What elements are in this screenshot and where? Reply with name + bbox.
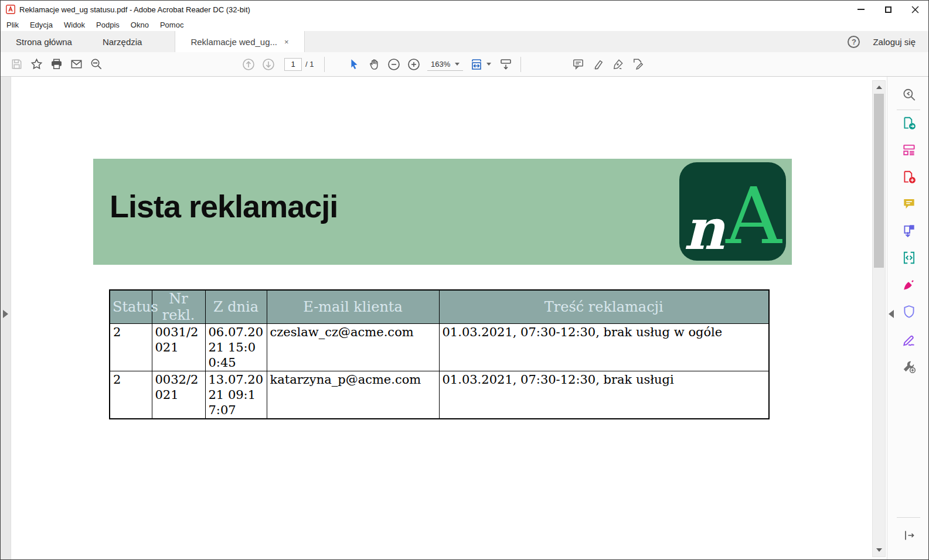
cell-status: 2 xyxy=(110,371,152,419)
star-icon[interactable] xyxy=(26,54,46,74)
menu-edycja[interactable]: Edycja xyxy=(30,21,53,29)
pdf-title: Lista reklamacji xyxy=(110,188,338,224)
zoom-level-value: 163% xyxy=(431,60,450,69)
fill-sign-tool-icon[interactable] xyxy=(608,54,628,74)
title-bar: Reklamacje wed_ug statusu.pdf - Adobe Ac… xyxy=(1,1,928,18)
email-icon[interactable] xyxy=(66,54,86,74)
maximize-icon[interactable] xyxy=(874,1,901,18)
col-status: Status xyxy=(110,290,152,324)
protect-icon[interactable] xyxy=(900,303,918,320)
hand-tool-icon[interactable] xyxy=(364,54,384,74)
export-pdf-icon[interactable] xyxy=(900,114,918,132)
col-z-dnia: Z dnia xyxy=(205,290,267,324)
page-number-input[interactable] xyxy=(284,58,302,71)
tools-pane-rail xyxy=(887,77,929,560)
zoom-out-icon[interactable] xyxy=(384,54,404,74)
cell-tresc: 01.03.2021, 07:30-12:30, brak usług w og… xyxy=(439,324,769,371)
highlight-tool-icon[interactable] xyxy=(588,54,608,74)
menu-pomoc[interactable]: Pomoc xyxy=(160,21,183,29)
zoom-level-select[interactable]: 163% xyxy=(427,58,463,71)
menu-okno[interactable]: Okno xyxy=(131,21,149,29)
logo-letter-n: n xyxy=(683,207,724,252)
create-pdf-icon[interactable] xyxy=(900,168,918,186)
menu-bar: Plik Edycja Widok Podpis Okno Pomoc xyxy=(1,18,928,31)
col-tresc: Treść reklamacji xyxy=(439,290,769,324)
print-icon[interactable] xyxy=(46,54,66,74)
menu-plik[interactable]: Plik xyxy=(6,21,19,29)
edit-pdf-icon[interactable] xyxy=(900,141,918,159)
document-viewport: Lista reklamacji n A Status Nr rekl. Z d… xyxy=(1,77,928,560)
tab-tools[interactable]: Narzędzia xyxy=(87,31,158,52)
table-row: 2 0031/2021 06.07.2021 15:00:45 czeslaw_… xyxy=(110,324,769,371)
minimize-icon[interactable] xyxy=(848,1,874,18)
navigation-pane-rail xyxy=(1,77,11,560)
zoom-in-icon[interactable] xyxy=(404,54,424,74)
cell-email: czeslaw_cz@acme.com xyxy=(267,324,439,371)
acrobat-pdf-icon xyxy=(6,5,15,14)
cell-status: 2 xyxy=(110,324,152,371)
toolbar: / 1 163% xyxy=(1,52,928,77)
cell-z-dnia: 06.07.2021 15:00:45 xyxy=(205,324,267,371)
pdf-banner: Lista reklamacji n A xyxy=(93,159,792,265)
e-sign-icon[interactable] xyxy=(900,331,918,349)
table-row: 2 0032/2021 13.07.2021 09:17:07 katarzyn… xyxy=(110,371,769,419)
cell-nr-rekl: 0031/2021 xyxy=(152,324,205,371)
previous-page-icon[interactable] xyxy=(239,54,258,74)
complaints-table: Status Nr rekl. Z dnia E-mail klienta Tr… xyxy=(109,289,770,419)
tab-bar: Strona główna Narzędzia Reklamacje wed_u… xyxy=(1,31,928,52)
close-icon[interactable] xyxy=(901,1,928,18)
acrobat-window: Reklamacje wed_ug statusu.pdf - Adobe Ac… xyxy=(0,0,929,560)
comment-tool-icon[interactable] xyxy=(568,54,588,74)
brand-logo: n A xyxy=(679,162,786,261)
window-title: Reklamacje wed_ug statusu.pdf - Adobe Ac… xyxy=(19,5,250,14)
search-tool-icon[interactable] xyxy=(900,86,918,104)
col-nr-rekl: Nr rekl. xyxy=(152,290,205,324)
tab-document-label: Reklamacje wed_ug... xyxy=(190,37,277,47)
scroll-up-icon[interactable] xyxy=(873,82,885,93)
sign-in-button[interactable]: Zaloguj się xyxy=(873,37,916,47)
next-page-icon[interactable] xyxy=(258,54,278,74)
save-icon[interactable] xyxy=(6,54,26,74)
menu-widok[interactable]: Widok xyxy=(64,21,85,29)
collapse-tools-pane-icon[interactable] xyxy=(889,310,894,318)
open-navigation-pane-icon[interactable] xyxy=(3,310,8,318)
tab-document[interactable]: Reklamacje wed_ug... × xyxy=(175,31,304,52)
search-icon[interactable] xyxy=(86,54,106,74)
help-icon[interactable]: ? xyxy=(848,36,860,48)
more-tools-icon[interactable] xyxy=(628,54,648,74)
compress-pdf-icon[interactable] xyxy=(900,249,918,267)
logo-letter-a: A xyxy=(726,186,781,248)
menu-podpis[interactable]: Podpis xyxy=(96,21,120,29)
scroll-down-icon[interactable] xyxy=(873,545,885,555)
add-tools-icon[interactable] xyxy=(900,358,918,375)
ruler-tool-icon[interactable] xyxy=(496,54,516,74)
fit-options-chevron-icon[interactable] xyxy=(486,63,491,66)
tab-close-icon[interactable]: × xyxy=(284,38,289,46)
table-header-row: Status Nr rekl. Z dnia E-mail klienta Tr… xyxy=(110,290,769,324)
chevron-down-icon xyxy=(455,63,460,66)
combine-files-icon[interactable] xyxy=(900,222,918,240)
scrollbar-thumb[interactable] xyxy=(874,94,884,268)
expand-tools-pane-icon[interactable] xyxy=(900,527,918,544)
comment-icon[interactable] xyxy=(900,195,918,213)
vertical-scrollbar[interactable] xyxy=(872,80,886,557)
tab-home[interactable]: Strona główna xyxy=(1,31,87,52)
cell-nr-rekl: 0032/2021 xyxy=(152,371,205,419)
cell-z-dnia: 13.07.2021 09:17:07 xyxy=(205,371,267,419)
fit-width-icon[interactable] xyxy=(467,54,486,74)
select-tool-icon[interactable] xyxy=(344,54,364,74)
cell-tresc: 01.03.2021, 07:30-12:30, brak usługi xyxy=(439,371,769,419)
fill-and-sign-icon[interactable] xyxy=(900,276,918,293)
page-total-label: / 1 xyxy=(305,60,314,69)
cell-email: katarzyna_p@acme.com xyxy=(267,371,439,419)
col-email: E-mail klienta xyxy=(267,290,439,324)
